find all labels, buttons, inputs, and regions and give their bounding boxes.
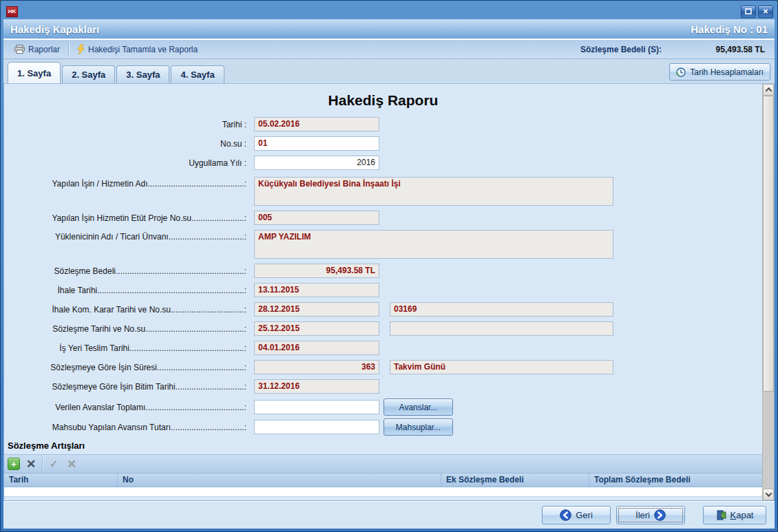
vertical-scrollbar[interactable] (762, 84, 774, 500)
main-toolbar: Raporlar Hakedişi Tamamla ve Raporla Söz… (3, 40, 775, 59)
report-title: Hakediş Raporu (4, 92, 762, 111)
cancel-icon[interactable]: ✕ (65, 457, 78, 471)
tab-sayfa-2[interactable]: 2. Sayfa (62, 65, 115, 83)
tab-sayfa-3[interactable]: 3. Sayfa (116, 65, 169, 83)
row-is-adi: Yapılan İşin / Hizmetin Adı.............… (4, 177, 762, 206)
row-sozlesme-tarihi: Sözleşme Tarihi ve No.su................… (4, 321, 762, 336)
window-header: Hakediş Kapakları Hakediş No : 01 (3, 19, 775, 40)
yuklenici-field[interactable]: AMP YAZILIM (254, 230, 613, 259)
tab-sayfa-1[interactable]: 1. Sayfa (8, 62, 61, 83)
row-isin-suresi: Sözleşmeye Göre İşin Süresi.............… (4, 360, 762, 374)
is-yeri-teslim-field[interactable]: 04.01.2016 (254, 341, 379, 355)
back-arrow-icon (560, 509, 571, 521)
row-bitim-tarihi: Sözleşmeye Göre İşin Bitim Tarihi.......… (4, 379, 762, 394)
tab-strip: 1. Sayfa 2. Sayfa 3. Sayfa 4. Sayfa Tari… (3, 59, 775, 83)
nosu-field[interactable]: 01 (254, 136, 379, 151)
column-header-toplam-sozlesme-bedeli[interactable]: Toplam Sözleşme Bedeli (589, 474, 762, 487)
row-mahsuplar: Mahsubu Yapılan Avansın Tutarı..........… (4, 418, 762, 436)
app-icon: HK (6, 6, 18, 17)
is-yeri-teslim-label: İş Yeri Teslim Tarihi...................… (4, 341, 246, 355)
delete-row-icon[interactable]: ✕ (24, 457, 38, 471)
bitim-tarihi-field[interactable]: 31.12.2016 (254, 379, 379, 394)
avanslar-label: Verilen Avanslar Toplamı................… (4, 401, 246, 414)
scrollbar-thumb[interactable] (763, 96, 774, 392)
tamamla-raporla-button[interactable]: Hakedişi Tamamla ve Raporla (72, 42, 203, 57)
mahsuplar-field[interactable] (254, 420, 379, 434)
sozlesme-artislari-title: Sözleşme Artışları (4, 440, 762, 453)
isin-suresi-label: Sözleşmeye Göre İşin Süresi.............… (4, 361, 246, 374)
ihale-kom-label: İhale Kom. Karar Tarihi ve No.su........… (4, 303, 246, 317)
takvim-gunu-field[interactable]: Takvim Günü (390, 360, 613, 374)
row-sozlesme-bedeli: Sözleşme Bedeli.........................… (4, 264, 762, 278)
close-icon[interactable]: ✕ (758, 6, 773, 18)
toolbar-separator (68, 43, 69, 56)
row-tarihi: Tarihi : 05.02.2016 (4, 117, 762, 131)
row-uygulama-yili: Uygullama Yılı : 2016 (4, 156, 762, 170)
ileri-button[interactable]: İleri (616, 506, 685, 524)
etut-proje-no-field[interactable]: 005 (254, 211, 379, 225)
isin-suresi-field[interactable]: 363 (254, 360, 379, 374)
grid-toolbar: + ✕ ✓ ✕ (4, 454, 762, 474)
clock-icon (676, 67, 686, 77)
tamamla-raporla-label: Hakedişi Tamamla ve Raporla (88, 45, 198, 54)
uygulama-yili-field[interactable]: 2016 (254, 156, 379, 170)
mahsuplar-label: Mahsubu Yapılan Avansın Tutarı..........… (4, 421, 246, 434)
geri-button[interactable]: Geri (542, 506, 611, 524)
kapat-label: Kapat (730, 510, 754, 520)
sozlesme-bedeli-field[interactable]: 95,493.58 TL (254, 264, 379, 278)
geri-label: Geri (576, 510, 593, 520)
scroll-up-icon[interactable] (763, 84, 774, 96)
sozlesme-no-field[interactable] (390, 321, 613, 336)
sozlesme-bedeli-form-label: Sözleşme Bedeli.........................… (4, 264, 246, 278)
is-adi-field[interactable]: Küçükyalı Belediyesi Bina İnşaatı İşi (254, 177, 613, 206)
tab-page-content: Hakediş Raporu Tarihi : 05.02.2016 No.su… (3, 83, 775, 501)
sozlesme-tarihi-field[interactable]: 25.12.2015 (254, 321, 379, 336)
ihale-kom-no-field[interactable]: 03169 (390, 302, 613, 317)
tab-sayfa-4[interactable]: 4. Sayfa (171, 65, 224, 83)
is-adi-label: Yapılan İşin / Hizmetin Adı.............… (4, 177, 246, 191)
column-header-no[interactable]: No (118, 474, 441, 487)
column-header-ek-sozlesme-bedeli[interactable]: Ek Sözleşme Bedeli (441, 474, 589, 487)
row-ihale-kom: İhale Kom. Karar Tarihi ve No.su........… (4, 302, 762, 317)
yuklenici-label: Yüklenicinin Adı / Ticari Ünvanı........… (4, 230, 246, 244)
sozlesme-bedeli-value: 95,493.58 TL (662, 45, 765, 54)
row-nosu: No.su : 01 (4, 136, 762, 151)
form-scroll-area: Hakediş Raporu Tarihi : 05.02.2016 No.su… (4, 84, 762, 500)
sozlesme-bedeli-label: Sözleşme Bedeli (S): (580, 45, 662, 54)
tarih-hesaplamalari-button[interactable]: Tarih Hesaplamaları (669, 63, 770, 81)
grid-empty-row (4, 487, 762, 497)
toolbar-right-group: Sözleşme Bedeli (S): 95,493.58 TL (580, 45, 769, 54)
confirm-icon[interactable]: ✓ (47, 457, 61, 471)
hakedis-no-label: Hakediş No : 01 (691, 23, 768, 35)
restore-icon[interactable] (741, 6, 756, 18)
printer-icon (14, 45, 25, 54)
ihale-kom-tarih-field[interactable]: 28.12.2015 (254, 302, 379, 317)
forward-arrow-icon (654, 509, 666, 521)
raporlar-label: Raporlar (28, 45, 60, 54)
tarihi-field[interactable]: 05.02.2016 (254, 117, 379, 131)
ihale-tarihi-field[interactable]: 13.11.2015 (254, 283, 379, 297)
scroll-down-icon[interactable] (763, 489, 774, 500)
mahsuplar-button[interactable]: Mahsuplar... (383, 418, 453, 436)
row-avanslar: Verilen Avanslar Toplamı................… (4, 398, 762, 416)
avanslar-button[interactable]: Avanslar... (383, 398, 453, 416)
etut-proje-no-label: Yapılan İşin Hizmetin Etüt Proje No.su..… (4, 211, 246, 225)
nosu-label: No.su : (4, 137, 246, 151)
tarihi-label: Tarihi : (4, 118, 246, 131)
app-window: HK ✕ Hakediş Kapakları Hakediş No : 01 R… (0, 0, 778, 532)
window-titlebar: HK ✕ (3, 1, 775, 19)
page-title: Hakediş Kapakları (10, 23, 99, 35)
uygulama-yili-label: Uygullama Yılı : (4, 156, 246, 170)
row-ihale-tarihi: İhale Tarihi............................… (4, 283, 762, 297)
raporlar-button[interactable]: Raporlar (9, 42, 65, 57)
row-is-yeri-teslim: İş Yeri Teslim Tarihi...................… (4, 341, 762, 355)
footer-bar: Geri İleri Kapat (3, 501, 775, 529)
avanslar-field[interactable] (254, 400, 379, 414)
lightning-icon (77, 44, 85, 54)
column-header-tarih[interactable]: Tarih (4, 474, 118, 487)
kapat-button[interactable]: Kapat (703, 506, 766, 524)
row-yuklenici: Yüklenicinin Adı / Ticari Ünvanı........… (4, 230, 762, 259)
door-icon (716, 510, 726, 520)
add-row-icon[interactable]: + (8, 458, 20, 470)
ileri-label: İleri (635, 510, 650, 520)
